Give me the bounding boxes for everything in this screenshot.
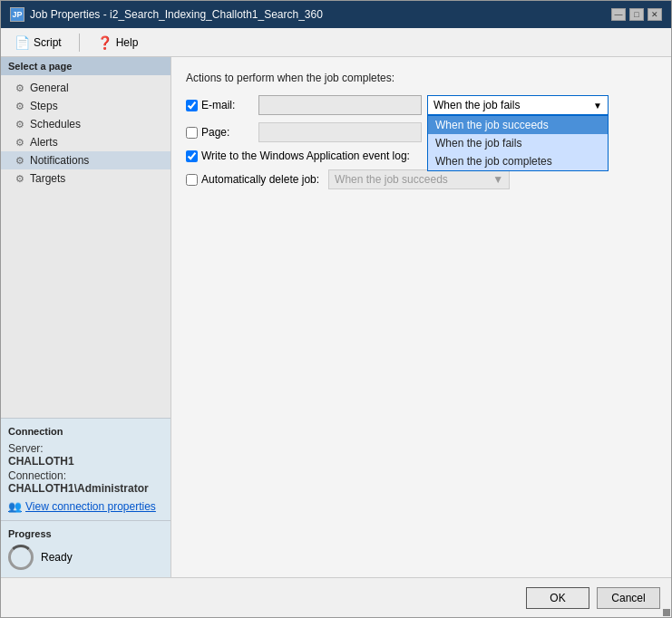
- email-field-label: E-mail:: [201, 99, 235, 111]
- connection-link-label: View connection properties: [25, 500, 156, 513]
- email-checkbox-label[interactable]: E-mail:: [186, 99, 258, 111]
- dropdown-option-completes[interactable]: When the job completes: [428, 152, 608, 170]
- write-label: Write to the Windows Application event l…: [201, 150, 410, 162]
- main-panel: Actions to perform when the job complete…: [171, 57, 671, 577]
- email-dropdown-list: When the job succeeds When the job fails…: [427, 115, 609, 171]
- progress-spinner: Ready: [8, 545, 163, 570]
- server-label: Server:: [8, 442, 44, 455]
- auto-delete-checkbox[interactable]: [186, 174, 198, 186]
- connection-label-row: Connection: CHALLOTH1\Administrator: [8, 469, 163, 495]
- window-icon: JP: [10, 7, 24, 22]
- sidebar-progress: Progress Ready: [1, 520, 170, 577]
- page-input: [258, 122, 422, 142]
- sidebar-item-schedules[interactable]: ⚙ Schedules: [1, 115, 170, 133]
- window-title: Job Properties - i2_Search_Indexing_Chal…: [30, 8, 323, 21]
- sidebar-spacer: [1, 250, 170, 418]
- close-button[interactable]: ✕: [648, 8, 662, 21]
- auto-delete-dropdown-arrow-icon: ▼: [492, 173, 503, 186]
- auto-delete-row: Automatically delete job: When the job s…: [186, 169, 657, 189]
- page-field-label: Page:: [201, 126, 229, 139]
- script-label: Script: [34, 36, 62, 49]
- content-area: Select a page ⚙ General ⚙ Steps ⚙ Schedu…: [1, 57, 671, 577]
- server-label-row: Server: CHALLOTH1: [8, 442, 163, 468]
- help-icon: ❓: [97, 35, 112, 50]
- email-dropdown-value: When the job fails: [433, 99, 520, 111]
- toolbar-divider: [79, 34, 80, 52]
- script-icon: 📄: [15, 35, 30, 50]
- minimize-button[interactable]: —: [611, 8, 626, 21]
- title-bar-left: JP Job Properties - i2_Search_Indexing_C…: [10, 7, 323, 22]
- spinner-icon: [8, 545, 34, 570]
- title-bar-controls: — □ ✕: [611, 8, 662, 21]
- sidebar-item-label: General: [30, 82, 69, 94]
- write-checkbox[interactable]: [186, 150, 198, 162]
- sidebar-item-label: Alerts: [30, 136, 58, 149]
- notifications-icon: ⚙: [15, 155, 24, 167]
- help-label: Help: [116, 36, 139, 49]
- email-row: E-mail: When the job fails ▼ When the jo…: [186, 95, 657, 115]
- sidebar-item-label: Steps: [30, 100, 58, 112]
- cancel-button[interactable]: Cancel: [597, 587, 660, 609]
- ok-button[interactable]: OK: [526, 587, 589, 609]
- general-icon: ⚙: [15, 82, 24, 94]
- sidebar: Select a page ⚙ General ⚙ Steps ⚙ Schedu…: [1, 57, 171, 577]
- email-checkbox[interactable]: [186, 100, 198, 111]
- script-button[interactable]: 📄 Script: [8, 33, 68, 53]
- email-input[interactable]: [258, 95, 422, 115]
- targets-icon: ⚙: [15, 173, 24, 185]
- progress-status: Ready: [41, 551, 73, 564]
- server-value: CHALLOTH1: [8, 455, 163, 468]
- steps-icon: ⚙: [15, 101, 24, 112]
- sidebar-item-label: Targets: [30, 172, 65, 185]
- email-dropdown[interactable]: When the job fails ▼: [427, 95, 609, 115]
- help-button[interactable]: ❓ Help: [91, 33, 145, 53]
- connection-value: CHALLOTH1\Administrator: [8, 482, 163, 495]
- dropdown-option-fails[interactable]: When the job fails: [428, 134, 608, 152]
- page-checkbox[interactable]: [186, 127, 198, 139]
- connection-people-icon: 👥: [8, 500, 22, 513]
- sidebar-item-steps[interactable]: ⚙ Steps: [1, 97, 170, 115]
- sidebar-item-label: Schedules: [30, 118, 81, 130]
- progress-header: Progress: [8, 528, 163, 539]
- email-dropdown-container: When the job fails ▼ When the job succee…: [427, 95, 609, 115]
- sidebar-item-label: Notifications: [30, 154, 89, 167]
- title-bar: JP Job Properties - i2_Search_Indexing_C…: [1, 1, 671, 28]
- sidebar-nav: ⚙ General ⚙ Steps ⚙ Schedules ⚙ Alerts ⚙: [1, 75, 170, 250]
- toolbar: 📄 Script ❓ Help: [1, 28, 671, 57]
- maximize-button[interactable]: □: [629, 8, 644, 21]
- footer: OK Cancel: [1, 577, 671, 617]
- auto-delete-dropdown-value: When the job succeeds: [335, 173, 448, 186]
- schedules-icon: ⚙: [15, 119, 24, 130]
- dropdown-option-succeeds[interactable]: When the job succeeds: [428, 116, 608, 134]
- connection-header: Connection: [8, 426, 163, 437]
- alerts-icon: ⚙: [15, 137, 24, 149]
- connection-label: Connection:: [8, 469, 66, 482]
- main-window: JP Job Properties - i2_Search_Indexing_C…: [0, 0, 672, 618]
- view-connection-link[interactable]: 👥 View connection properties: [8, 500, 163, 513]
- resize-handle[interactable]: [663, 609, 670, 616]
- actions-label: Actions to perform when the job complete…: [186, 72, 657, 84]
- sidebar-connection: Connection Server: CHALLOTH1 Connection:…: [1, 418, 170, 520]
- sidebar-section-header: Select a page: [1, 57, 170, 75]
- sidebar-item-alerts[interactable]: ⚙ Alerts: [1, 133, 170, 151]
- email-dropdown-arrow-icon: ▼: [593, 101, 602, 111]
- sidebar-item-targets[interactable]: ⚙ Targets: [1, 169, 170, 188]
- sidebar-item-notifications[interactable]: ⚙ Notifications: [1, 151, 170, 169]
- page-checkbox-label[interactable]: Page:: [186, 126, 258, 139]
- sidebar-item-general[interactable]: ⚙ General: [1, 79, 170, 97]
- auto-delete-dropdown: When the job succeeds ▼: [328, 169, 510, 189]
- auto-delete-label: Automatically delete job:: [201, 173, 319, 186]
